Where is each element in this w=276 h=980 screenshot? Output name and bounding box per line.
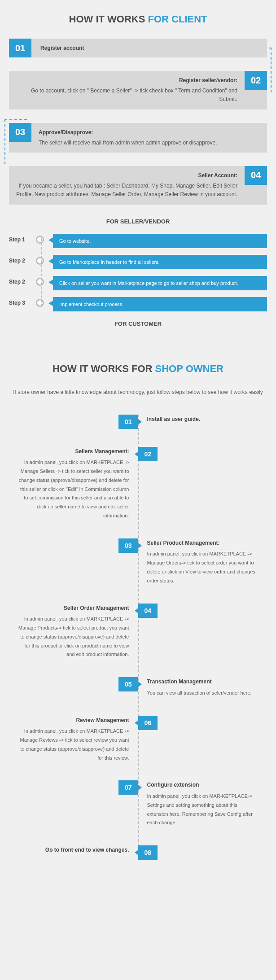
step-label: Register account — [31, 45, 84, 51]
step-content: Approve/Disapprove: The seller will rece… — [31, 123, 267, 153]
circle-icon — [36, 278, 44, 286]
sv-step-body: Go to website. — [53, 234, 267, 248]
client-step-4: Seller Account: If you became a seller, … — [9, 166, 267, 205]
so-body: In admin panel, you click on MARKETPLACE… — [20, 728, 129, 760]
circle-icon — [36, 257, 44, 265]
so-body: In admin panel, you click on MARKETPLACE… — [18, 616, 129, 657]
so-num: 04 — [138, 604, 158, 618]
so-num: 03 — [118, 538, 138, 553]
shop-owner-title: HOW IT WORKS FOR SHOP OWNER — [9, 363, 267, 375]
client-step-3: 03 Approve/Disapprove: The seller will r… — [9, 123, 267, 153]
step-number: 02 — [245, 71, 267, 90]
step-title: Approve/Disapprove: — [39, 128, 260, 137]
sv-step-label: Step 3 — [9, 297, 36, 306]
so-num: 01 — [118, 415, 138, 429]
so-num: 05 — [118, 677, 138, 691]
sv-step-body: Go to Marketplace in header to find all … — [53, 255, 267, 269]
step-content: Register seller/vendor: Go to account, c… — [9, 71, 245, 109]
so-title-prefix: HOW IT WORKS FOR — [53, 363, 155, 374]
so-step-6: Review Management In admin panel, you cl… — [9, 716, 267, 763]
so-title: Seller Product Management: — [147, 538, 258, 548]
sv-step: Step 2 Click on seller you want in Marke… — [9, 276, 267, 290]
so-body: In admin panel, you click on MARKETPLACE… — [147, 551, 255, 583]
seller-vendor-heading: FOR SELLER/VENDOR — [9, 218, 267, 225]
so-title: Seller Order Management — [18, 604, 129, 613]
step-number: 04 — [245, 166, 267, 185]
client-title: HOW IT WORKS FOR CLIENT — [9, 13, 267, 25]
timeline-line — [41, 238, 42, 307]
step-body: The seller will receive mail from admin … — [39, 140, 217, 146]
so-title: Review Management — [18, 716, 129, 726]
step-number: 03 — [9, 123, 31, 142]
so-body: Install as user guide. — [147, 415, 258, 424]
sv-step: Step 3 Implement checkout process. — [9, 297, 267, 311]
step-body: If you became a seller, you had tab : Se… — [16, 183, 237, 197]
so-body: In admin panel, you click on MARKETPLACE… — [19, 459, 129, 518]
so-step-5: 05 Transaction Management You can view a… — [9, 677, 267, 697]
so-body: In admin panel, you click on MAR-KETPLAC… — [147, 793, 253, 825]
so-step-3: 03 Seller Product Management: In admin p… — [9, 538, 267, 586]
so-step-8: Go to front-end to view changes. 08 — [9, 845, 267, 860]
so-step-2: Sellers Management: In admin panel, you … — [9, 447, 267, 521]
sv-step: Step 2 Go to Marketplace in header to fi… — [9, 255, 267, 269]
so-step-7: 07 Configure extension In admin panel, y… — [9, 780, 267, 827]
step-title: Register seller/vendor: — [16, 76, 237, 85]
so-num: 06 — [138, 716, 158, 730]
so-num: 07 — [118, 780, 138, 795]
sv-step: Step 1 Go to website. — [9, 234, 267, 248]
client-step-1: 01 Register account — [9, 39, 267, 57]
sv-step-body: Click on seller you want in Marketplace … — [53, 276, 267, 290]
so-num: 02 — [138, 447, 158, 461]
step-content: Seller Account: If you became a seller, … — [9, 166, 245, 205]
step-title: Seller Account: — [16, 171, 237, 180]
sv-step-label: Step 1 — [9, 234, 36, 243]
so-body: You can view all trasaction of seler/ven… — [147, 690, 252, 696]
so-title: Configure extension — [147, 780, 258, 790]
so-title-suffix: SHOP OWNER — [155, 363, 223, 374]
so-step-4: Seller Order Management In admin panel, … — [9, 604, 267, 660]
sv-step-body: Implement checkout process. — [53, 297, 267, 311]
circle-icon — [36, 236, 44, 244]
customer-heading: FOR CUSTOMER — [9, 320, 267, 327]
so-title: Sellers Management: — [18, 447, 129, 457]
so-step-1: 01 Install as user guide. — [9, 415, 267, 429]
client-title-prefix: HOW IT WORKS — [69, 13, 148, 25]
so-num: 08 — [138, 845, 158, 860]
client-step-2: Register seller/vendor: Go to account, c… — [9, 71, 267, 109]
shop-owner-subtitle: If store owner have a little knowledge a… — [9, 388, 267, 397]
client-title-suffix: FOR CLIENT — [148, 13, 207, 25]
sv-step-label: Step 2 — [9, 276, 36, 285]
so-body: Go to front-end to view changes. — [18, 845, 129, 855]
step-body: Go to account, click on " Become a Selle… — [31, 88, 237, 102]
so-title: Transaction Management — [147, 677, 258, 687]
step-number: 01 — [9, 39, 31, 57]
sv-step-label: Step 2 — [9, 255, 36, 264]
circle-icon — [36, 299, 44, 307]
